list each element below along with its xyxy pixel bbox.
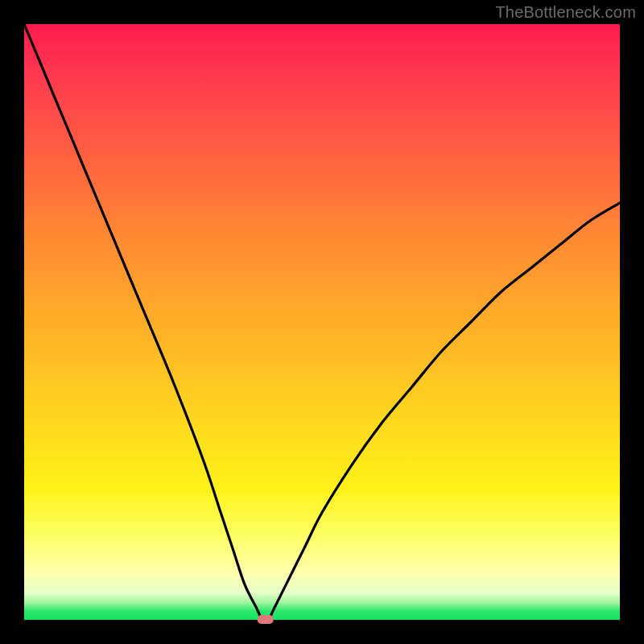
curve-svg [24, 24, 620, 620]
plot-area [24, 24, 620, 620]
chart-frame: TheBottleneck.com [0, 0, 644, 644]
watermark-text: TheBottleneck.com [495, 3, 636, 22]
bottleneck-curve-path [24, 24, 620, 621]
min-marker-dot [258, 615, 274, 624]
